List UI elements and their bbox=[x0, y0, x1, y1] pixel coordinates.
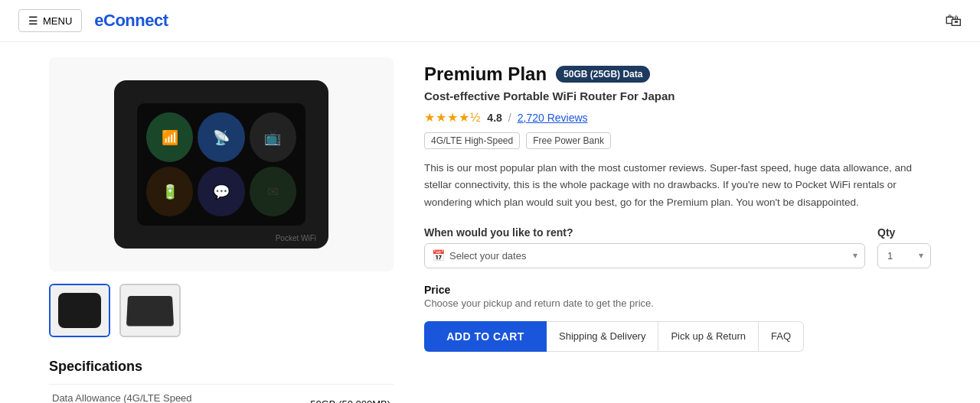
price-title: Price bbox=[424, 284, 931, 296]
device-brand: Pocket WiFi bbox=[276, 234, 316, 242]
tags-row: 4G/LTE High-Speed Free Power Bank bbox=[424, 132, 931, 149]
price-note: Choose your pickup and return date to ge… bbox=[424, 297, 931, 309]
specs-section: Specifications Data Allowance (4G/LTE Sp… bbox=[49, 359, 394, 403]
product-description: This is our most popular plan with the m… bbox=[424, 160, 931, 211]
rent-row: When would you like to rent? 📅 Select yo… bbox=[424, 226, 931, 268]
cart-button[interactable]: 🛍 bbox=[945, 11, 962, 31]
rent-date-label: When would you like to rent? bbox=[424, 226, 865, 239]
logo-text: eConnect bbox=[94, 11, 168, 30]
device-icon-4: 🔋 bbox=[146, 167, 193, 216]
spec-label: Data Allowance (4G/LTE Speed Guaranteed) bbox=[49, 385, 239, 404]
tag-power: Free Power Bank bbox=[526, 132, 611, 149]
header-left: ☰ MENU eConnect bbox=[18, 9, 168, 32]
device-icon-1: 📶 bbox=[146, 112, 193, 162]
shipping-delivery-tab[interactable]: Shipping & Delivery bbox=[547, 321, 658, 352]
cart-icon: 🛍 bbox=[945, 11, 962, 30]
thumb-device-2 bbox=[126, 296, 174, 326]
tag-speed: 4G/LTE High-Speed bbox=[424, 132, 520, 149]
data-badge: 50GB (25GB) Data bbox=[556, 66, 650, 83]
device-icon-5: 💬 bbox=[198, 167, 244, 216]
header: ☰ MENU eConnect 🛍 bbox=[0, 0, 980, 42]
faq-tab[interactable]: FAQ bbox=[759, 321, 804, 352]
logo: eConnect bbox=[94, 11, 168, 31]
qty-label: Qty bbox=[877, 226, 931, 239]
menu-label: MENU bbox=[43, 15, 72, 27]
action-row: ADD TO CART Shipping & Delivery Pick up … bbox=[424, 321, 931, 352]
device-icon-6: ✉ bbox=[250, 167, 296, 216]
date-select-wrapper: 📅 Select your dates bbox=[424, 243, 865, 268]
product-right: Premium Plan 50GB (25GB) Data Cost-effec… bbox=[424, 57, 931, 403]
product-title: Premium Plan bbox=[424, 63, 547, 85]
price-section: Price Choose your pickup and return date… bbox=[424, 284, 931, 309]
main-content: 📶 📡 📺 🔋 💬 ✉ Pocket WiFi Specification bbox=[31, 42, 949, 403]
thumbnails bbox=[49, 284, 394, 337]
device-screen: 📶 📡 📺 🔋 💬 ✉ bbox=[137, 103, 305, 226]
add-to-cart-button[interactable]: ADD TO CART bbox=[424, 321, 547, 352]
qty-select-wrapper: 1 2 3 bbox=[877, 243, 931, 268]
thumb-device-1 bbox=[58, 293, 101, 328]
pickup-return-tab[interactable]: Pick up & Return bbox=[658, 321, 759, 352]
date-select[interactable]: Select your dates bbox=[424, 243, 865, 268]
thumbnail-1[interactable] bbox=[49, 284, 110, 337]
qty-wrap: Qty 1 2 3 bbox=[877, 226, 931, 268]
stars: ★★★★½ bbox=[424, 110, 481, 125]
device-icon-3: 📺 bbox=[250, 112, 296, 162]
rating-score: 4.8 bbox=[487, 112, 501, 124]
specs-table: Data Allowance (4G/LTE Speed Guaranteed)… bbox=[49, 384, 394, 403]
product-title-row: Premium Plan 50GB (25GB) Data bbox=[424, 63, 931, 85]
spec-value: 50GB (50,000MB) bbox=[239, 385, 394, 404]
thumbnail-2[interactable] bbox=[119, 284, 181, 337]
product-main-image: 📶 📡 📺 🔋 💬 ✉ Pocket WiFi bbox=[49, 57, 394, 271]
specs-title: Specifications bbox=[49, 359, 394, 375]
rating-reviews[interactable]: 2,720 Reviews bbox=[518, 112, 588, 124]
date-select-wrap: When would you like to rent? 📅 Select yo… bbox=[424, 226, 865, 268]
hamburger-icon: ☰ bbox=[28, 15, 38, 27]
qty-select[interactable]: 1 2 3 bbox=[877, 243, 931, 268]
product-subtitle: Cost-effective Portable WiFi Router For … bbox=[424, 89, 931, 102]
table-row: Data Allowance (4G/LTE Speed Guaranteed)… bbox=[49, 385, 394, 404]
device-icon-2: 📡 bbox=[198, 112, 244, 162]
rating-separator: / bbox=[508, 112, 511, 124]
product-left: 📶 📡 📺 🔋 💬 ✉ Pocket WiFi Specification bbox=[49, 57, 394, 403]
calendar-icon: 📅 bbox=[432, 249, 445, 262]
menu-button[interactable]: ☰ MENU bbox=[18, 9, 82, 32]
rating-row: ★★★★½ 4.8 / 2,720 Reviews bbox=[424, 110, 931, 125]
rent-section: When would you like to rent? 📅 Select yo… bbox=[424, 226, 931, 268]
device-image: 📶 📡 📺 🔋 💬 ✉ Pocket WiFi bbox=[114, 80, 328, 249]
